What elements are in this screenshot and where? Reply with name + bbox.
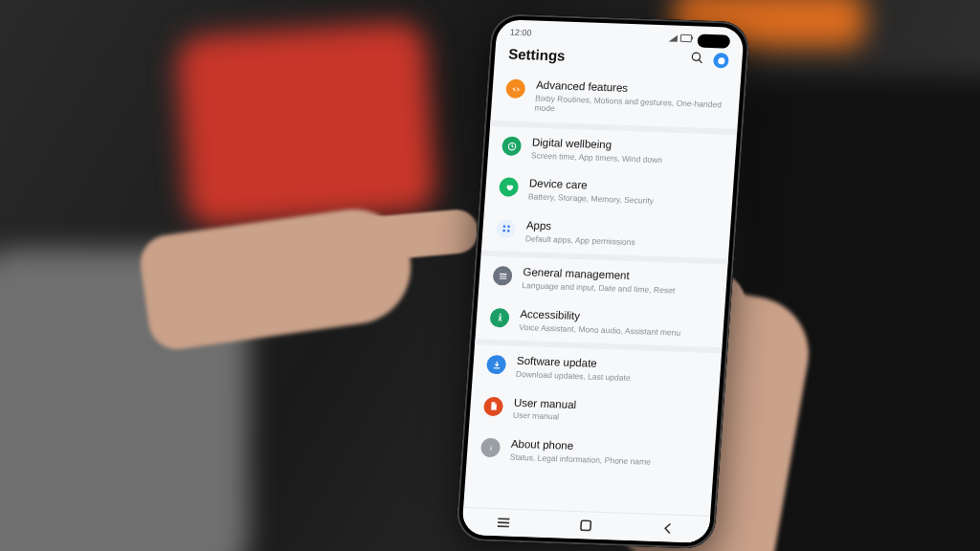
svg-rect-17 (581, 520, 591, 530)
svg-point-10 (499, 314, 501, 316)
svg-rect-13 (490, 445, 491, 446)
svg-point-3 (502, 226, 505, 229)
signal-icon (669, 34, 678, 41)
care-icon (499, 178, 519, 198)
apps-icon (496, 219, 516, 239)
nav-home-button[interactable] (566, 516, 605, 536)
svg-point-5 (502, 230, 505, 232)
item-title: User manual (513, 396, 576, 411)
settings-item-about[interactable]: About phoneStatus, Legal information, Ph… (466, 428, 716, 477)
manual-icon (483, 396, 503, 416)
a11y-icon (489, 308, 509, 328)
settings-item-advanced[interactable]: Advanced featuresBixby Routines, Motions… (490, 69, 741, 129)
update-icon (486, 355, 506, 375)
account-button[interactable] (713, 53, 729, 69)
photo-scene: 12:00 Settings Advanced featu (0, 0, 980, 551)
general-icon (492, 266, 512, 286)
battery-icon (680, 34, 693, 42)
phone: 12:00 Settings Advanced featu (456, 13, 751, 549)
status-time: 12:00 (510, 28, 532, 38)
about-icon (480, 438, 501, 458)
wellbeing-icon (501, 136, 522, 156)
svg-point-4 (507, 226, 510, 229)
item-subtitle: User manual (513, 410, 576, 423)
camera-cutout (697, 33, 730, 48)
status-icons (669, 33, 693, 42)
settings-item-update[interactable]: Software updateDownload updates, Last up… (472, 339, 722, 394)
page-title: Settings (508, 45, 566, 63)
search-button[interactable] (690, 51, 704, 68)
advanced-icon (505, 78, 525, 99)
phone-screen: 12:00 Settings Advanced featu (461, 19, 745, 543)
svg-line-1 (699, 59, 702, 63)
settings-list: Advanced featuresBixby Routines, Motions… (466, 69, 741, 477)
search-icon (690, 51, 704, 64)
settings-item-wellbeing[interactable]: Digital wellbeingScreen time, App timers… (487, 121, 737, 176)
android-navbar (461, 507, 710, 543)
svg-point-6 (506, 230, 509, 232)
nav-back-button[interactable] (648, 518, 687, 539)
settings-item-general[interactable]: General managementLanguage and input, Da… (478, 251, 727, 306)
nav-recents-button[interactable] (483, 513, 523, 533)
